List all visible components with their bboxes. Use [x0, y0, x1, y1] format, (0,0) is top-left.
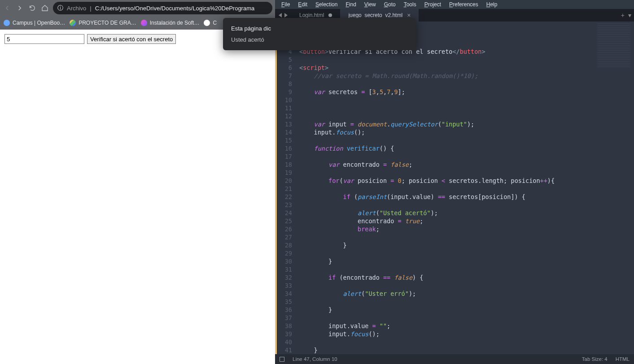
favicon-icon [70, 20, 76, 26]
omnibox[interactable]: ⓘ Archivo | C:/Users/yerso/OneDrive/Docu… [53, 2, 272, 14]
browser-window: ⓘ Archivo | C:/Users/yerso/OneDrive/Docu… [0, 0, 275, 364]
code-line[interactable]: var input = document.querySelector("inpu… [299, 120, 594, 128]
omnibox-divider: | [90, 5, 91, 12]
code-line[interactable]: <script> [299, 64, 594, 72]
menu-file[interactable]: File [278, 1, 293, 8]
code-line[interactable] [299, 169, 594, 177]
cursor-position[interactable]: Line 47, Column 10 [293, 356, 337, 362]
editor-window: FileEditSelectionFindViewGotoToolsProjec… [275, 0, 634, 364]
code-line[interactable] [299, 112, 594, 120]
code-area[interactable]: 1234567891011121314151617181920212223242… [275, 22, 634, 354]
code-line[interactable]: } [299, 257, 594, 265]
js-alert-dialog: Esta página dic Usted acertó [223, 18, 416, 50]
code-line[interactable] [299, 338, 594, 346]
code-line[interactable]: function verificar() { [299, 144, 594, 152]
code-line[interactable] [299, 282, 594, 290]
home-icon[interactable] [40, 4, 49, 13]
menu-tools[interactable]: Tools [400, 1, 420, 8]
favicon-icon [204, 20, 210, 26]
code-line[interactable]: } [299, 306, 594, 314]
tab-label: Login.html [299, 12, 324, 18]
bookmark-label: Instalación de Soft… [150, 20, 200, 26]
code-line[interactable] [299, 152, 594, 160]
favicon-icon [4, 20, 10, 26]
code-line[interactable]: encontrado = true; [299, 217, 594, 225]
new-tab-icon[interactable]: + [621, 12, 625, 19]
code-line[interactable] [299, 80, 594, 88]
menu-edit[interactable]: Edit [294, 1, 311, 8]
menu-view[interactable]: View [361, 1, 380, 8]
code-line[interactable]: for(var posicion = 0; posicion < secreto… [299, 177, 594, 185]
code-line[interactable] [299, 314, 594, 322]
tab-label: juego_secreto_v2.html [348, 12, 402, 18]
dialog-title: Esta página dic [231, 25, 408, 32]
tab-next-icon[interactable] [284, 13, 288, 17]
code-line[interactable]: if (parseInt(input.value) == secretos[po… [299, 193, 594, 201]
code-line[interactable]: input.focus(); [299, 128, 594, 136]
code-line[interactable] [299, 265, 594, 273]
guess-input[interactable] [4, 34, 84, 44]
verify-button[interactable]: Verificar si acertó con el secreto [87, 34, 176, 44]
tab-nav [275, 13, 291, 17]
line-gutter: 1234567891011121314151617181920212223242… [277, 22, 296, 354]
menu-selection[interactable]: Selection [312, 1, 341, 8]
dialog-message: Usted acertó [231, 36, 408, 43]
code-line[interactable] [299, 104, 594, 112]
menu-help[interactable]: Help [483, 1, 501, 8]
syntax-mode[interactable]: HTML [616, 356, 630, 362]
browser-toolbar: ⓘ Archivo | C:/Users/yerso/OneDrive/Docu… [0, 0, 275, 16]
bookmark-item[interactable]: Campus | OpenBoo… [4, 20, 65, 26]
tab-size[interactable]: Tab Size: 4 [582, 356, 608, 362]
code-line[interactable] [299, 233, 594, 241]
code-line[interactable]: break; [299, 225, 594, 233]
code-line[interactable] [299, 249, 594, 257]
code-line[interactable] [299, 136, 594, 144]
menubar: FileEditSelectionFindViewGotoToolsProjec… [275, 0, 634, 9]
bookmark-item[interactable]: C [204, 20, 217, 26]
reload-icon[interactable] [28, 4, 37, 13]
menu-find[interactable]: Find [342, 1, 359, 8]
omnibox-path: C:/Users/yerso/OneDrive/Documents/Logica… [95, 5, 254, 12]
info-icon: ⓘ [57, 4, 63, 12]
minimap[interactable] [594, 22, 634, 354]
bookmark-item[interactable]: Instalación de Soft… [141, 20, 200, 26]
code-line[interactable]: alert("Uster erró"); [299, 290, 594, 298]
back-icon[interactable] [3, 4, 12, 13]
code-line[interactable] [299, 201, 594, 209]
code-line[interactable] [299, 185, 594, 193]
code-content[interactable]: <meta charset="UTF-8"> <input/><button>V… [296, 22, 594, 354]
code-line[interactable] [299, 56, 594, 64]
code-line[interactable]: var secretos = [3,5,7,9]; [299, 88, 594, 96]
code-line[interactable]: var encontrado = false; [299, 160, 594, 169]
bookmark-label: Campus | OpenBoo… [13, 20, 65, 26]
code-line[interactable]: input.value = ""; [299, 322, 594, 330]
omnibox-scheme: Archivo [67, 5, 86, 12]
favicon-icon [141, 20, 147, 26]
bookmark-label: PROYECTO DE GRA… [79, 20, 136, 26]
bookmark-label: C [213, 20, 217, 26]
menu-preferences[interactable]: Preferences [446, 1, 482, 8]
menu-project[interactable]: Project [421, 1, 445, 8]
panel-switch-icon[interactable] [280, 357, 284, 362]
menu-goto[interactable]: Goto [380, 1, 399, 8]
code-line[interactable]: alert("Usted acertó"); [299, 209, 594, 217]
code-line[interactable] [299, 298, 594, 306]
code-line[interactable] [299, 96, 594, 104]
bookmark-item[interactable]: PROYECTO DE GRA… [70, 20, 136, 26]
tab-menu-icon[interactable]: ▾ [628, 12, 631, 19]
tab-prev-icon[interactable] [279, 13, 282, 17]
forward-icon[interactable] [15, 4, 24, 13]
code-line[interactable]: input.focus(); [299, 330, 594, 338]
code-line[interactable]: } [299, 241, 594, 249]
statusbar: Line 47, Column 10 Tab Size: 4 HTML [275, 354, 634, 364]
code-line[interactable]: if (encontrado == false) { [299, 273, 594, 282]
code-line[interactable]: //var secreto = Math.round(Math.random()… [299, 72, 594, 80]
code-line[interactable]: } [299, 346, 594, 354]
dirty-icon [328, 13, 332, 17]
